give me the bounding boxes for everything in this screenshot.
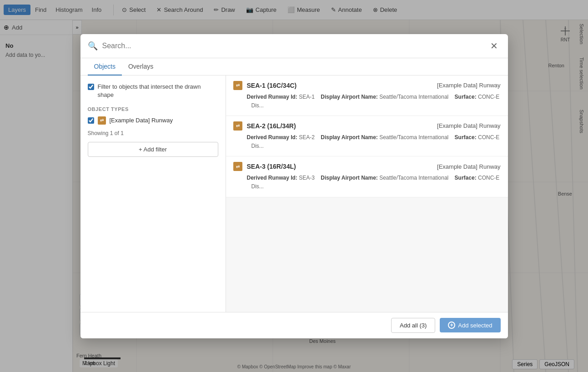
result-icon-sea1: ⇄: [233, 81, 242, 90]
object-type-checkbox-runway[interactable]: [88, 117, 94, 124]
add-filter-button[interactable]: + Add filter: [88, 142, 218, 157]
search-input[interactable]: [102, 42, 483, 50]
tab-objects[interactable]: Objects: [88, 58, 122, 75]
add-all-button[interactable]: Add all (3): [391, 318, 435, 333]
meta-more-1: Dis...: [251, 102, 264, 109]
meta-val-runway-id-2: SEA-2: [299, 134, 315, 141]
runway-type-icon: ⇄: [98, 116, 106, 125]
search-icon: 🔍: [88, 41, 98, 51]
result-meta-sea2: Derived Runway Id: SEA-2 Display Airport…: [233, 133, 501, 151]
intersect-filter-row: Filter to objects that intersect the dra…: [88, 83, 218, 99]
search-modal: 🔍 ✕ Objects Overlays Filter to objects t…: [80, 34, 508, 338]
modal-overlay: 🔍 ✕ Objects Overlays Filter to objects t…: [0, 0, 588, 372]
object-type-label-runway: [Example Data] Runway: [110, 117, 173, 124]
meta-val-runway-id-3: SEA-3: [299, 175, 315, 181]
result-title-sea2: SEA-2 (16L/34R): [247, 122, 433, 130]
filter-panel: Filter to objects that intersect the dra…: [80, 75, 226, 312]
result-type-sea1: [Example Data] Runway: [437, 82, 500, 89]
meta-key-runway-id-3: Derived Runway Id:: [247, 175, 297, 181]
meta-val-runway-id-1: SEA-1: [299, 94, 315, 100]
result-item-sea2[interactable]: ⇄ SEA-2 (16L/34R) [Example Data] Runway …: [226, 116, 508, 156]
meta-key-airport-3: Display Airport Name:: [321, 175, 378, 181]
meta-more-2: Dis...: [251, 143, 264, 149]
meta-key-airport-2: Display Airport Name:: [321, 134, 378, 141]
result-type-sea2: [Example Data] Runway: [437, 122, 500, 129]
close-button[interactable]: ✕: [487, 40, 501, 52]
modal-body: Filter to objects that intersect the dra…: [80, 75, 508, 312]
results-panel: ⇄ SEA-1 (16C/34C) [Example Data] Runway …: [226, 75, 508, 312]
showing-count: Showing 1 of 1: [88, 130, 218, 136]
intersect-filter-checkbox[interactable]: [88, 84, 94, 90]
meta-key-surface-2: Surface:: [455, 134, 477, 141]
meta-key-surface-1: Surface:: [455, 94, 477, 100]
meta-key-airport-1: Display Airport Name:: [321, 94, 378, 100]
meta-key-runway-id-2: Derived Runway Id:: [247, 134, 297, 141]
result-item-sea1[interactable]: ⇄ SEA-1 (16C/34C) [Example Data] Runway …: [226, 75, 508, 116]
result-item-header-sea2: ⇄ SEA-2 (16L/34R) [Example Data] Runway: [233, 121, 501, 131]
meta-val-airport-2: Seattle/Tacoma International: [379, 134, 448, 141]
result-icon-sea2: ⇄: [233, 121, 242, 131]
result-item-sea3[interactable]: ⇄ SEA-3 (16R/34L) [Example Data] Runway …: [226, 156, 508, 197]
modal-footer: Add all (3) + Add selected: [80, 312, 508, 338]
object-type-row-runway: ⇄ [Example Data] Runway: [88, 116, 218, 125]
meta-key-runway-id-1: Derived Runway Id:: [247, 94, 297, 100]
meta-val-airport-3: Seattle/Tacoma International: [379, 175, 448, 181]
result-title-sea3: SEA-3 (16R/34L): [247, 163, 433, 170]
result-meta-sea3: Derived Runway Id: SEA-3 Display Airport…: [233, 174, 501, 191]
meta-val-airport-1: Seattle/Tacoma International: [379, 94, 448, 100]
result-item-header-sea1: ⇄ SEA-1 (16C/34C) [Example Data] Runway: [233, 81, 501, 90]
meta-val-surface-1: CONC-E: [478, 94, 499, 100]
result-title-sea1: SEA-1 (16C/34C): [247, 82, 433, 89]
intersect-filter-label: Filter to objects that intersect the dra…: [98, 83, 218, 99]
add-selected-button[interactable]: + Add selected: [440, 318, 500, 332]
meta-more-3: Dis...: [251, 183, 264, 190]
meta-val-surface-2: CONC-E: [478, 134, 499, 141]
tab-overlays[interactable]: Overlays: [122, 58, 160, 75]
result-type-sea3: [Example Data] Runway: [437, 163, 500, 170]
add-selected-plus-icon: +: [448, 322, 455, 329]
object-types-section-title: OBJECT TYPES: [88, 106, 218, 112]
modal-tabs: Objects Overlays: [80, 58, 508, 75]
result-meta-sea1: Derived Runway Id: SEA-1 Display Airport…: [233, 93, 501, 110]
result-icon-sea3: ⇄: [233, 162, 242, 171]
result-item-header-sea3: ⇄ SEA-3 (16R/34L) [Example Data] Runway: [233, 162, 501, 171]
meta-key-surface-3: Surface:: [455, 175, 477, 181]
add-selected-label: Add selected: [458, 322, 492, 329]
modal-search-header: 🔍 ✕: [80, 34, 508, 58]
meta-val-surface-3: CONC-E: [478, 175, 499, 181]
